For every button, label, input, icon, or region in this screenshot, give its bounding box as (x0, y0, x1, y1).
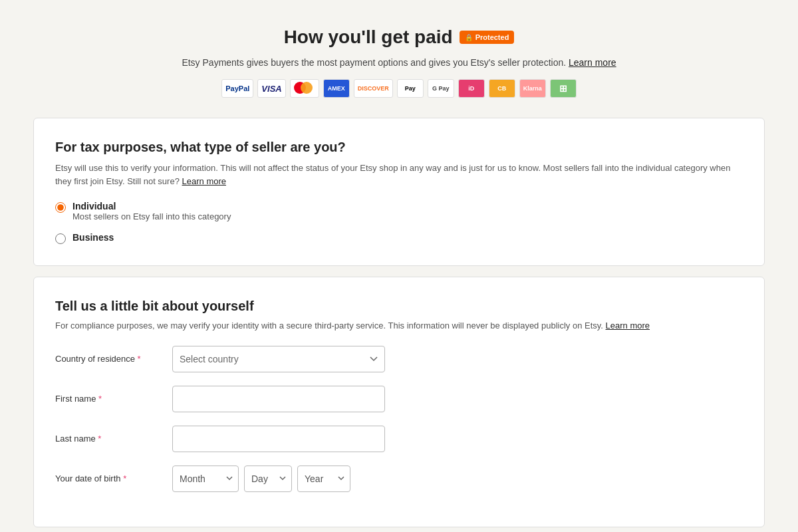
radio-individual-label: Individual (72, 201, 231, 211)
radio-option-individual[interactable]: Individual Most sellers on Etsy fall int… (55, 201, 743, 221)
header-subtitle: Etsy Payments gives buyers the most paym… (33, 56, 765, 70)
radio-business-label: Business (72, 232, 114, 243)
cb-icon: CB (489, 79, 515, 98)
radio-business[interactable] (55, 233, 66, 244)
lock-icon: 🔒 (465, 34, 473, 41)
subtitle-learn-more-link[interactable]: Learn more (569, 57, 616, 68)
page-wrapper: How you'll get paid 🔒 Protected Etsy Pay… (33, 27, 765, 532)
about-yourself-description: For compliance purposes, we may verify y… (55, 319, 743, 332)
dob-required: * (123, 473, 126, 483)
badge-label: Protected (475, 33, 509, 41)
country-select[interactable]: Select country (172, 346, 385, 372)
afterpay-icon: ⊞ (550, 79, 577, 98)
about-yourself-learn-more-link[interactable]: Learn more (606, 321, 650, 331)
applepay-icon: Pay (397, 79, 424, 98)
first-name-label: First name * (55, 394, 162, 404)
first-name-required: * (98, 394, 102, 404)
page-title: How you'll get paid (284, 27, 453, 48)
first-name-input[interactable] (172, 386, 385, 412)
id-icon: iD (458, 79, 485, 98)
paypal-icon: PayPal (221, 79, 253, 98)
amex-icon: AMEX (323, 79, 350, 98)
mastercard-icon (290, 79, 319, 98)
day-select[interactable]: Day (244, 466, 292, 492)
date-selects-group: Month January February March April May J… (172, 466, 350, 492)
last-name-input[interactable] (172, 426, 385, 452)
seller-type-title: For tax purposes, what type of seller ar… (55, 140, 743, 155)
about-yourself-title: Tell us a little bit about yourself (55, 299, 743, 314)
about-yourself-card: Tell us a little bit about yourself For … (33, 277, 765, 527)
googlepay-icon: G Pay (428, 79, 454, 98)
country-required: * (138, 354, 141, 364)
payment-icons-row: PayPal VISA AMEX DISCOVER Pay G Pay iD C… (33, 79, 765, 98)
seller-type-description: Etsy will use this to verify your inform… (55, 162, 743, 188)
year-select[interactable]: Year (297, 466, 350, 492)
month-select[interactable]: Month January February March April May J… (172, 466, 239, 492)
first-name-row: First name * (55, 386, 743, 412)
klarna-icon: Klarna (519, 79, 546, 98)
header-title-row: How you'll get paid 🔒 Protected (33, 27, 765, 48)
seller-type-card: For tax purposes, what type of seller ar… (33, 118, 765, 266)
protected-badge: 🔒 Protected (460, 31, 515, 44)
country-row: Country of residence * Select country (55, 346, 743, 372)
last-name-label: Last name * (55, 434, 162, 444)
header-section: How you'll get paid 🔒 Protected Etsy Pay… (33, 27, 765, 98)
last-name-required: * (98, 434, 101, 444)
seller-type-radio-group: Individual Most sellers on Etsy fall int… (55, 201, 743, 244)
dob-row: Your date of birth * Month January Febru… (55, 466, 743, 492)
radio-option-business[interactable]: Business (55, 232, 743, 244)
discover-icon: DISCOVER (354, 79, 393, 98)
radio-business-labels: Business (72, 232, 114, 243)
radio-individual-sublabel: Most sellers on Etsy fall into this cate… (72, 211, 231, 221)
seller-type-learn-more-link[interactable]: Learn more (182, 176, 226, 186)
visa-icon: VISA (257, 79, 285, 98)
radio-individual[interactable] (55, 202, 66, 213)
dob-label: Your date of birth * (55, 473, 162, 483)
last-name-row: Last name * (55, 426, 743, 452)
radio-individual-labels: Individual Most sellers on Etsy fall int… (72, 201, 231, 221)
country-label: Country of residence * (55, 354, 162, 364)
